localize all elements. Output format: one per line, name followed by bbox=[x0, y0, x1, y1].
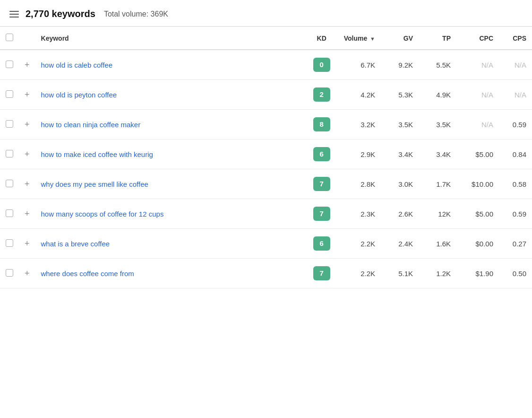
row-checkbox[interactable] bbox=[6, 209, 13, 217]
row-checkbox[interactable] bbox=[6, 269, 13, 277]
row-cps-cell: 0.59 bbox=[499, 110, 532, 139]
add-keyword-button[interactable]: + bbox=[25, 90, 30, 99]
row-cpc-cell: N/A bbox=[456, 50, 499, 80]
add-keyword-button[interactable]: + bbox=[25, 179, 30, 189]
row-checkbox[interactable] bbox=[6, 61, 13, 68]
row-volume-cell: 4.2K bbox=[338, 80, 381, 110]
row-add-cell: + bbox=[19, 50, 35, 80]
add-keyword-button[interactable]: + bbox=[25, 209, 30, 218]
header-kd[interactable]: KD bbox=[305, 27, 338, 50]
row-gv-cell: 9.2K bbox=[381, 50, 419, 80]
keyword-link[interactable]: how many scoops of coffee for 12 cups bbox=[41, 210, 164, 218]
row-volume-cell: 3.2K bbox=[338, 110, 381, 139]
table-row: +how old is caleb coffee06.7K9.2K5.5KN/A… bbox=[0, 50, 532, 80]
row-volume-cell: 2.8K bbox=[338, 169, 381, 199]
row-add-cell: + bbox=[19, 199, 35, 229]
row-keyword-cell: how many scoops of coffee for 12 cups bbox=[35, 199, 305, 229]
row-checkbox-cell bbox=[0, 199, 19, 229]
header-gv[interactable]: GV bbox=[381, 27, 419, 50]
kd-badge: 7 bbox=[313, 266, 330, 280]
kd-badge: 7 bbox=[313, 177, 330, 191]
row-cps-cell: 0.59 bbox=[499, 199, 532, 229]
row-tp-cell: 4.9K bbox=[419, 80, 456, 110]
row-kd-cell: 7 bbox=[305, 259, 338, 288]
row-checkbox-cell bbox=[0, 169, 19, 199]
row-cpc-cell: $5.00 bbox=[456, 139, 499, 169]
header-check[interactable] bbox=[0, 27, 19, 50]
add-keyword-button[interactable]: + bbox=[25, 239, 30, 248]
header-keyword: Keyword bbox=[35, 27, 305, 50]
row-keyword-cell: how old is caleb coffee bbox=[35, 50, 305, 80]
row-tp-cell: 3.5K bbox=[419, 110, 456, 139]
keywords-table: Keyword KD Volume ▼ GV TP CPC CPS +how o… bbox=[0, 27, 532, 288]
row-checkbox[interactable] bbox=[6, 239, 13, 247]
row-cps-cell: N/A bbox=[499, 50, 532, 80]
row-keyword-cell: what is a breve coffee bbox=[35, 229, 305, 259]
row-cps-cell: N/A bbox=[499, 80, 532, 110]
row-tp-cell: 12K bbox=[419, 199, 456, 229]
table-row: +what is a breve coffee62.2K2.4K1.6K$0.0… bbox=[0, 229, 532, 259]
row-cpc-cell: $0.00 bbox=[456, 229, 499, 259]
header-volume[interactable]: Volume ▼ bbox=[338, 27, 381, 50]
row-tp-cell: 5.5K bbox=[419, 50, 456, 80]
row-tp-cell: 1.6K bbox=[419, 229, 456, 259]
row-add-cell: + bbox=[19, 169, 35, 199]
row-kd-cell: 8 bbox=[305, 110, 338, 139]
header-cps[interactable]: CPS bbox=[499, 27, 532, 50]
row-cpc-cell: $1.90 bbox=[456, 259, 499, 288]
row-add-cell: + bbox=[19, 80, 35, 110]
row-keyword-cell: where does coffee come from bbox=[35, 259, 305, 288]
keyword-link[interactable]: what is a breve coffee bbox=[41, 240, 110, 248]
add-keyword-button[interactable]: + bbox=[25, 120, 30, 129]
row-volume-cell: 2.3K bbox=[338, 199, 381, 229]
header-tp[interactable]: TP bbox=[419, 27, 456, 50]
keyword-link[interactable]: how old is caleb coffee bbox=[41, 61, 113, 69]
row-checkbox[interactable] bbox=[6, 150, 13, 157]
row-kd-cell: 7 bbox=[305, 169, 338, 199]
select-all-checkbox[interactable] bbox=[6, 34, 13, 41]
table-row: +where does coffee come from72.2K5.1K1.2… bbox=[0, 259, 532, 288]
table-body: +how old is caleb coffee06.7K9.2K5.5KN/A… bbox=[0, 50, 532, 288]
row-volume-cell: 2.9K bbox=[338, 139, 381, 169]
keyword-link[interactable]: why does my pee smell like coffee bbox=[41, 180, 148, 188]
row-checkbox[interactable] bbox=[6, 180, 13, 187]
row-kd-cell: 6 bbox=[305, 229, 338, 259]
row-keyword-cell: how old is peyton coffee bbox=[35, 80, 305, 110]
table-row: +how old is peyton coffee24.2K5.3K4.9KN/… bbox=[0, 80, 532, 110]
header: 2,770 keywords Total volume: 369K bbox=[0, 0, 532, 27]
row-add-cell: + bbox=[19, 110, 35, 139]
row-checkbox[interactable] bbox=[6, 120, 13, 128]
keyword-link[interactable]: where does coffee come from bbox=[41, 270, 134, 278]
row-checkbox[interactable] bbox=[6, 90, 13, 98]
row-checkbox-cell bbox=[0, 139, 19, 169]
row-cpc-cell: $5.00 bbox=[456, 199, 499, 229]
row-gv-cell: 3.0K bbox=[381, 169, 419, 199]
kd-badge: 0 bbox=[313, 58, 330, 72]
row-kd-cell: 7 bbox=[305, 199, 338, 229]
row-kd-cell: 0 bbox=[305, 50, 338, 80]
row-kd-cell: 6 bbox=[305, 139, 338, 169]
keyword-link[interactable]: how to clean ninja coffee maker bbox=[41, 121, 141, 129]
keywords-table-wrapper: Keyword KD Volume ▼ GV TP CPC CPS +how o… bbox=[0, 27, 532, 288]
row-tp-cell: 1.2K bbox=[419, 259, 456, 288]
table-row: +how to make iced coffee with keurig62.9… bbox=[0, 139, 532, 169]
row-gv-cell: 2.4K bbox=[381, 229, 419, 259]
row-gv-cell: 2.6K bbox=[381, 199, 419, 229]
kd-badge: 2 bbox=[313, 87, 330, 102]
add-keyword-button[interactable]: + bbox=[25, 60, 30, 70]
row-kd-cell: 2 bbox=[305, 80, 338, 110]
keyword-link[interactable]: how to make iced coffee with keurig bbox=[41, 150, 153, 158]
kd-badge: 8 bbox=[313, 117, 330, 131]
header-plus bbox=[19, 27, 35, 50]
row-volume-cell: 2.2K bbox=[338, 259, 381, 288]
menu-icon[interactable] bbox=[9, 11, 19, 17]
header-cpc[interactable]: CPC bbox=[456, 27, 499, 50]
row-tp-cell: 1.7K bbox=[419, 169, 456, 199]
keyword-link[interactable]: how old is peyton coffee bbox=[41, 91, 117, 99]
row-cps-cell: 0.58 bbox=[499, 169, 532, 199]
add-keyword-button[interactable]: + bbox=[25, 149, 30, 159]
kd-badge: 6 bbox=[313, 236, 330, 251]
kd-badge: 7 bbox=[313, 207, 330, 221]
table-row: +why does my pee smell like coffee72.8K3… bbox=[0, 169, 532, 199]
add-keyword-button[interactable]: + bbox=[25, 269, 30, 278]
